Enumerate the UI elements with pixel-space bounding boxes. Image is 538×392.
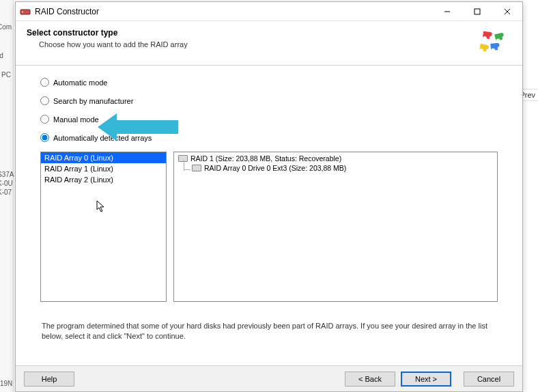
next-button[interactable]: Next > <box>401 372 451 387</box>
minimize-button[interactable] <box>432 2 462 21</box>
instruction-text: The program determined that some of your… <box>40 321 498 342</box>
radio-automatic-mode[interactable]: Automatic mode <box>40 78 498 87</box>
list-item[interactable]: RAID Array 0 (Linux) <box>41 152 166 163</box>
tree-node-label: RAID Array 0 Drive 0 Ext3 (Size: 203,88 … <box>204 164 346 172</box>
svg-rect-4 <box>475 9 480 14</box>
tree-node-root[interactable]: RAID 1 (Size: 203,88 MB, Status: Recover… <box>178 154 493 163</box>
radio-input[interactable] <box>40 133 49 142</box>
puzzle-icon <box>477 28 507 58</box>
radio-automatically-detected[interactable]: Automatically detected arrays <box>40 133 498 142</box>
back-button[interactable]: < Back <box>345 372 395 387</box>
app-icon <box>20 6 31 17</box>
svg-point-2 <box>22 11 23 12</box>
bg-text: 19N <box>0 380 12 387</box>
bg-text: PC <box>1 71 11 79</box>
radio-search-by-manufacturer[interactable]: Search by manufacturer <box>40 96 498 105</box>
bg-text: K-07 <box>0 188 12 196</box>
header-title: Select constructor type <box>27 28 188 38</box>
bg-text: rd <box>0 52 3 59</box>
radio-manual-mode[interactable]: Manual mode <box>40 115 498 124</box>
list-item[interactable]: RAID Array 1 (Linux) <box>41 163 166 174</box>
cancel-button[interactable]: Cancel <box>464 372 514 387</box>
bg-text: Com <box>0 23 12 31</box>
header-subtitle: Choose how you want to add the RAID arra… <box>27 40 188 48</box>
list-item[interactable]: RAID Array 2 (Linux) <box>41 174 166 185</box>
radio-label: Search by manufacturer <box>53 97 133 105</box>
radio-input[interactable] <box>40 96 49 105</box>
title-bar[interactable]: RAID Constructor <box>16 2 522 21</box>
drive-icon <box>192 165 201 171</box>
radio-label: Automatic mode <box>53 79 107 87</box>
wizard-header: Select constructor type Choose how you w… <box>16 21 522 64</box>
maximize-button[interactable] <box>462 2 492 21</box>
close-button[interactable] <box>492 2 522 21</box>
array-detail-treeview[interactable]: RAID 1 (Size: 203,88 MB, Status: Recover… <box>173 152 498 302</box>
detected-arrays-listbox[interactable]: RAID Array 0 (Linux) RAID Array 1 (Linux… <box>40 152 167 302</box>
tree-node-label: RAID 1 (Size: 203,88 MB, Status: Recover… <box>190 154 341 163</box>
radio-input[interactable] <box>40 78 49 87</box>
tree-node-child[interactable]: RAID Array 0 Drive 0 Ext3 (Size: 203,88 … <box>192 164 493 172</box>
bg-text: S37A <box>0 171 14 178</box>
radio-input[interactable] <box>40 115 49 124</box>
dialog-window: RAID Constructor Select constructor type… <box>15 1 523 392</box>
drive-icon <box>178 155 188 162</box>
bg-text: K-0U <box>0 180 13 187</box>
window-title: RAID Constructor <box>35 7 99 16</box>
wizard-body: Automatic mode Search by manufacturer Ma… <box>16 66 522 342</box>
help-button[interactable]: Help <box>24 372 74 387</box>
radio-label: Manual mode <box>53 115 99 124</box>
wizard-footer: Help < Back Next > Cancel <box>16 365 522 391</box>
radio-label: Automatically detected arrays <box>53 134 152 142</box>
